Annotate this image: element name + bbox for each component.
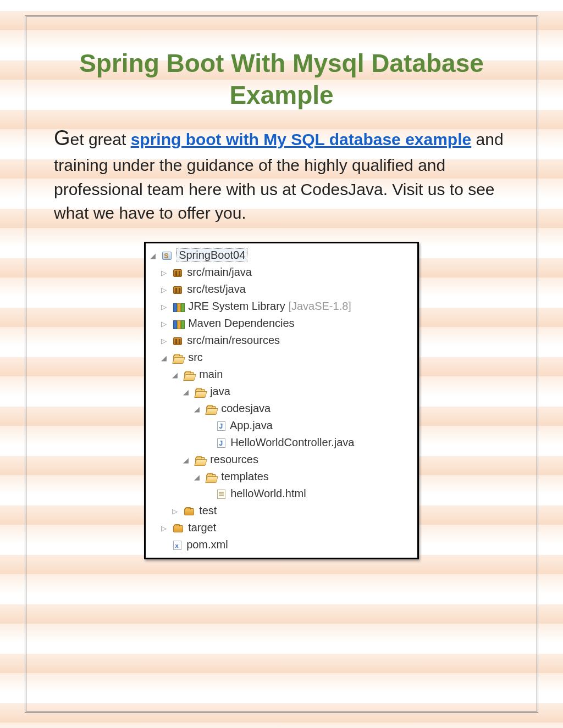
tree-label: helloWorld.html: [230, 487, 306, 499]
tree-item[interactable]: ▷ test: [148, 502, 415, 519]
page-title: Spring Boot With Mysql Database Example: [54, 48, 509, 111]
tree-item[interactable]: App.java: [148, 417, 415, 434]
tree-label: src/main/resources: [187, 334, 280, 346]
tree-label: codesjava: [221, 402, 271, 414]
tree-item[interactable]: ◢ src: [148, 349, 415, 366]
tree-label: App.java: [230, 419, 273, 431]
tree-label: HelloWorldController.java: [230, 436, 354, 448]
lead-char: G: [54, 126, 70, 149]
expand-arrow-icon[interactable]: ◢: [183, 387, 191, 398]
tree-item[interactable]: ◢ resources: [148, 451, 415, 468]
folder-open-icon: [195, 457, 205, 464]
collapse-arrow-icon[interactable]: ▷: [161, 336, 169, 347]
tree-label: src: [188, 351, 203, 363]
folder-open-icon: [184, 372, 194, 379]
html-file-icon: [217, 490, 225, 499]
tree-label: src/test/java: [187, 283, 246, 295]
folder-open-icon: [195, 389, 205, 396]
tree-label: templates: [221, 470, 269, 482]
collapse-arrow-icon[interactable]: ▷: [161, 285, 169, 296]
library-icon: [173, 303, 183, 311]
tree-item[interactable]: pom.xml: [148, 536, 415, 553]
tree-label: Maven Dependencies: [188, 317, 294, 329]
library-icon: [173, 320, 183, 328]
tree-label: test: [199, 504, 217, 516]
tree-item[interactable]: helloWorld.html: [148, 485, 415, 502]
expand-arrow-icon[interactable]: ◢: [183, 455, 191, 466]
expand-arrow-icon[interactable]: ◢: [194, 404, 202, 415]
expand-arrow-icon[interactable]: ◢: [194, 472, 202, 483]
package-icon: [173, 269, 182, 277]
collapse-arrow-icon[interactable]: ▷: [161, 523, 169, 534]
tree-label: java: [210, 385, 230, 397]
package-icon: [173, 337, 182, 345]
tree-label: main: [199, 368, 223, 380]
collapse-arrow-icon[interactable]: ▷: [172, 506, 180, 517]
tree-label: resources: [210, 453, 258, 465]
tree-item[interactable]: HelloWorldController.java: [148, 434, 415, 451]
tree-label: JRE System Library: [188, 300, 288, 312]
folder-icon: [173, 525, 183, 532]
tree-item[interactable]: ▷ JRE System Library [JavaSE-1.8]: [148, 298, 415, 315]
folder-open-icon: [206, 406, 216, 413]
jre-version: [JavaSE-1.8]: [288, 300, 351, 312]
folder-open-icon: [206, 474, 216, 481]
page-frame: Spring Boot With Mysql Database Example …: [25, 15, 538, 713]
tree-item[interactable]: ◢ main: [148, 366, 415, 383]
text-before-link: et great: [70, 130, 131, 148]
tree-item[interactable]: ◢ codesjava: [148, 400, 415, 417]
tree-label: pom.xml: [186, 538, 228, 551]
folder-open-icon: [173, 355, 183, 362]
expand-arrow-icon[interactable]: ◢: [172, 370, 180, 381]
tree-label: SpringBoot04: [176, 248, 247, 262]
tree-item[interactable]: ▷ src/main/java: [148, 264, 415, 281]
tree-item[interactable]: ◢ templates: [148, 468, 415, 485]
tree-item[interactable]: ▷ Maven Dependencies: [148, 315, 415, 332]
project-tree: ◢ SpringBoot04 ▷ src/main/java ▷ src/tes…: [144, 242, 419, 559]
collapse-arrow-icon[interactable]: ▷: [161, 302, 169, 313]
collapse-arrow-icon[interactable]: ▷: [161, 268, 169, 279]
folder-icon: [184, 508, 194, 515]
tree-item[interactable]: ◢ java: [148, 383, 415, 400]
expand-arrow-icon[interactable]: ◢: [150, 251, 158, 262]
java-file-icon: [217, 421, 225, 431]
tree-item[interactable]: ▷ src/main/resources: [148, 332, 415, 349]
expand-arrow-icon[interactable]: ◢: [161, 353, 169, 364]
java-file-icon: [217, 438, 225, 448]
tree-label: target: [188, 521, 216, 534]
xml-file-icon: [173, 541, 181, 550]
project-icon: [162, 252, 172, 260]
tree-item[interactable]: ▷ target: [148, 519, 415, 536]
collapse-arrow-icon[interactable]: ▷: [161, 319, 169, 330]
spring-boot-link[interactable]: spring boot with My SQL database example: [131, 130, 472, 148]
intro-paragraph: Get great spring boot with My SQL databa…: [54, 123, 509, 225]
package-icon: [173, 286, 182, 294]
tree-item[interactable]: ▷ src/test/java: [148, 281, 415, 298]
tree-label: src/main/java: [187, 266, 252, 278]
tree-root[interactable]: ◢ SpringBoot04: [148, 247, 415, 264]
